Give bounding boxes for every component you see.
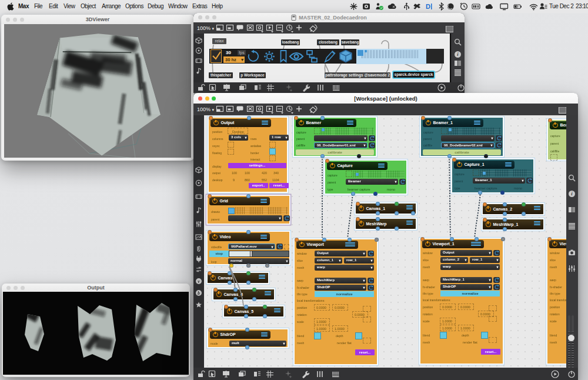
svg-text:D: D <box>426 3 430 10</box>
svg-text:b: b <box>198 291 200 296</box>
svg-text:v: v <box>198 279 200 284</box>
